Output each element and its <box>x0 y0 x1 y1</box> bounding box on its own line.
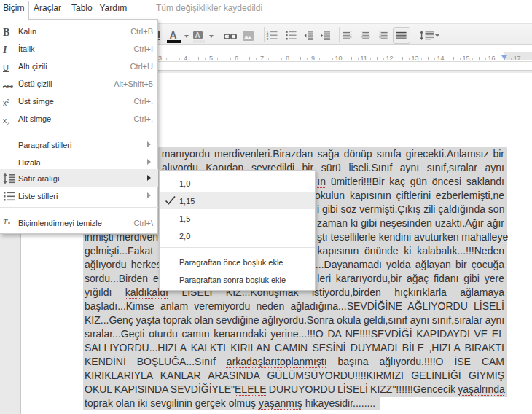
svg-text:3: 3 <box>266 37 268 40</box>
